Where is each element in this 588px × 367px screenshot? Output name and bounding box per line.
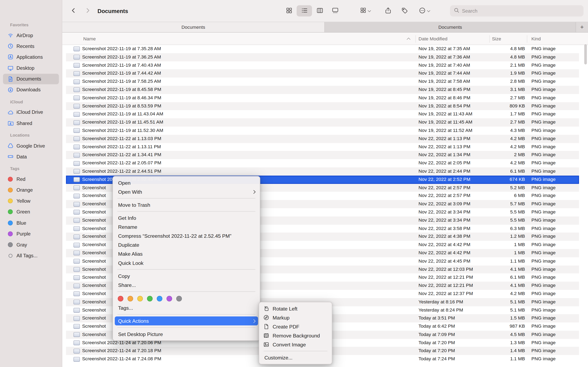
search-field[interactable] (450, 5, 584, 17)
sidebar-item-recents[interactable]: Recents (3, 41, 59, 51)
share-button[interactable] (382, 6, 394, 16)
sidebar-item-all-tags[interactable]: All Tags... (3, 250, 59, 261)
menu-item-open-with[interactable]: Open With (115, 187, 258, 196)
table-row[interactable]: Screenshot 2022-11-19 at 8.46.34 PMNov 1… (66, 94, 579, 102)
sidebar-item-gray[interactable]: Gray (3, 239, 59, 250)
column-divider[interactable] (489, 35, 490, 43)
file-kind: PNG image (531, 241, 556, 249)
file-size: 1.1 MB (456, 257, 525, 265)
file-size: 1.2 MB (456, 233, 525, 241)
table-row[interactable]: Screenshot 2022-11-19 at 7.40.43 AMNov 1… (66, 61, 579, 69)
tag-color-icon[interactable] (176, 296, 182, 301)
tag-color-icon[interactable] (118, 296, 123, 301)
more-actions-button[interactable] (416, 6, 432, 16)
sidebar-item-applications[interactable]: Applications (3, 52, 59, 62)
tag-color-icon[interactable] (157, 296, 163, 301)
table-row[interactable]: Screenshot 2022-11-22 at 1.13.03 PMNov 2… (66, 135, 579, 143)
table-row[interactable]: Screenshot 2022-11-19 at 11.52.30 AMNov … (66, 127, 579, 135)
file-name: Screenshot 2022-11-19 at 8.45.58 PM (82, 86, 161, 94)
sidebar-item-yellow[interactable]: Yellow (3, 196, 59, 206)
scrollbar-thumb[interactable] (584, 44, 587, 64)
sidebar-item-downloads[interactable]: Downloads (3, 85, 59, 95)
column-divider[interactable] (415, 35, 416, 43)
menu-item-customize[interactable]: Customize... (261, 353, 330, 362)
menu-item-share[interactable]: Share... (115, 281, 258, 290)
file-thumbnail-icon (73, 63, 80, 68)
menu-item-create-pdf[interactable]: Create PDF (261, 322, 330, 331)
sidebar-item-icloud-drive[interactable]: iCloud Drive (3, 107, 59, 117)
menu-item-quick-actions[interactable]: Quick Actions (115, 317, 258, 325)
file-size: 6.1 MB (456, 167, 525, 175)
menu-item-set-desktop-picture[interactable]: Set Desktop Picture (115, 329, 258, 338)
tab-documents-inactive[interactable]: Documents (325, 22, 576, 32)
back-button[interactable] (68, 6, 79, 16)
tag-color-icon[interactable] (137, 296, 143, 301)
menu-item-markup[interactable]: Markup (261, 313, 330, 322)
table-row[interactable]: Screenshot 2022-11-19 at 7.36.25 AMNov 1… (66, 53, 579, 61)
sidebar-item-documents[interactable]: Documents (3, 74, 59, 84)
sidebar-item-green[interactable]: Green (3, 207, 59, 217)
forward-button[interactable] (82, 6, 93, 16)
table-row[interactable]: Screenshot 2022-11-19 at 7.58.25 AMNov 1… (66, 78, 579, 86)
file-kind: PNG image (531, 314, 556, 323)
sidebar-item-airdrop[interactable]: AirDrop (3, 30, 59, 40)
table-row[interactable]: Screenshot 2022-11-19 at 7.44.42 AMNov 1… (66, 69, 579, 78)
table-row[interactable]: Screenshot 2022-11-22 at 2.44.51 PMNov 2… (66, 167, 579, 175)
file-size: 4.3 MB (456, 127, 525, 135)
menu-item-move-to-trash[interactable]: Move to Trash (115, 200, 258, 209)
icon-view-button[interactable] (281, 5, 297, 17)
menu-item-label: Remove Background (272, 333, 320, 338)
menu-item-get-info[interactable]: Get Info (115, 213, 258, 222)
sidebar-item-blue[interactable]: Blue (3, 217, 59, 228)
table-row[interactable]: Screenshot 2022-11-19 at 11.43.04 AMNov … (66, 110, 579, 118)
tab-documents-active[interactable]: Documents (62, 22, 325, 32)
menu-item-remove-background[interactable]: Remove Background (261, 331, 330, 340)
sidebar-item-orange[interactable]: Orange (3, 185, 59, 195)
file-size: 1.7 MB (456, 110, 525, 118)
sidebar-item-purple[interactable]: Purple (3, 229, 59, 239)
column-header-size[interactable]: Size (492, 33, 501, 45)
table-row[interactable]: Screenshot 2022-11-22 at 2.05.07 PMNov 2… (66, 159, 579, 167)
sidebar: FavoritesAirDropRecentsApplicationsDeskt… (0, 0, 62, 367)
file-size: 4.8 MB (456, 45, 525, 53)
menu-item-quick-look[interactable]: Quick Look (115, 258, 258, 267)
sidebar-item-google-drive[interactable]: Google Drive (3, 141, 59, 151)
menu-item-convert-image[interactable]: Convert Image (261, 340, 330, 349)
sidebar-item-shared[interactable]: Shared (3, 118, 59, 128)
tags-button[interactable] (399, 6, 410, 16)
table-row[interactable]: Screenshot 2022-11-19 at 8.45.58 PMNov 1… (66, 86, 579, 94)
menu-item-copy[interactable]: Copy (115, 272, 258, 281)
column-divider[interactable] (527, 35, 527, 43)
file-kind: PNG image (531, 78, 556, 86)
menu-item-compress-screenshot-2022-11-22-at-2-52-45-pm[interactable]: Compress “Screenshot 2022-11-22 at 2.52.… (115, 231, 258, 240)
tag-color-icon[interactable] (167, 296, 172, 301)
menu-item-open[interactable]: Open (115, 178, 258, 187)
list-view-button[interactable] (297, 5, 312, 17)
search-input[interactable] (462, 8, 580, 14)
tag-color-icon[interactable] (147, 296, 153, 301)
table-row[interactable]: Screenshot 2022-11-22 at 1.34.41 PMNov 2… (66, 151, 579, 159)
menu-item-rename[interactable]: Rename (115, 222, 258, 231)
sidebar-item-desktop[interactable]: Desktop (3, 63, 59, 73)
table-row[interactable]: Screenshot 2022-11-19 at 8.53.59 PMNov 1… (66, 102, 579, 110)
file-name: Screenshot (82, 257, 106, 265)
new-tab-button[interactable]: + (576, 22, 588, 32)
file-kind: PNG image (531, 200, 556, 208)
menu-item-make-alias[interactable]: Make Alias (115, 249, 258, 258)
file-kind: PNG image (531, 127, 556, 135)
table-row[interactable]: Screenshot 2022-11-22 at 1.13.11 PMNov 2… (66, 143, 579, 151)
menu-item-duplicate[interactable]: Duplicate (115, 240, 258, 249)
column-header-date-modified[interactable]: Date Modified (419, 33, 448, 45)
column-view-button[interactable] (312, 5, 327, 17)
menu-item-tags[interactable]: Tags... (115, 303, 258, 312)
table-row[interactable]: Screenshot 2022-11-19 at 11.45.51 AMNov … (66, 118, 579, 127)
table-row[interactable]: Screenshot 2022-11-19 at 7.35.28 AMNov 1… (66, 45, 579, 53)
gallery-view-button[interactable] (327, 5, 343, 17)
column-header-name[interactable]: Name (83, 33, 96, 45)
group-button[interactable] (358, 6, 373, 16)
sidebar-item-red[interactable]: Red (3, 174, 59, 184)
column-header-kind[interactable]: Kind (531, 33, 541, 45)
tag-color-icon[interactable] (127, 296, 133, 301)
menu-item-rotate-left[interactable]: Rotate Left (261, 304, 330, 313)
sidebar-item-data[interactable]: Data (3, 151, 59, 162)
